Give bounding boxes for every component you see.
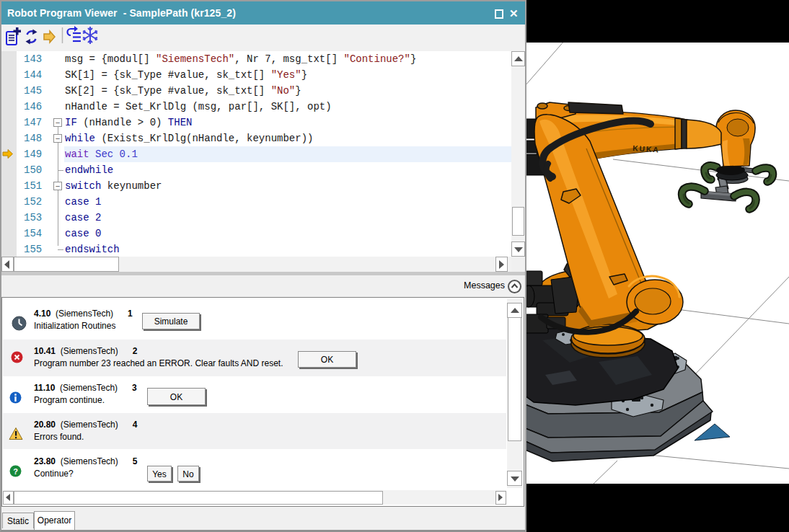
svg-text:?: ? — [13, 467, 18, 476]
